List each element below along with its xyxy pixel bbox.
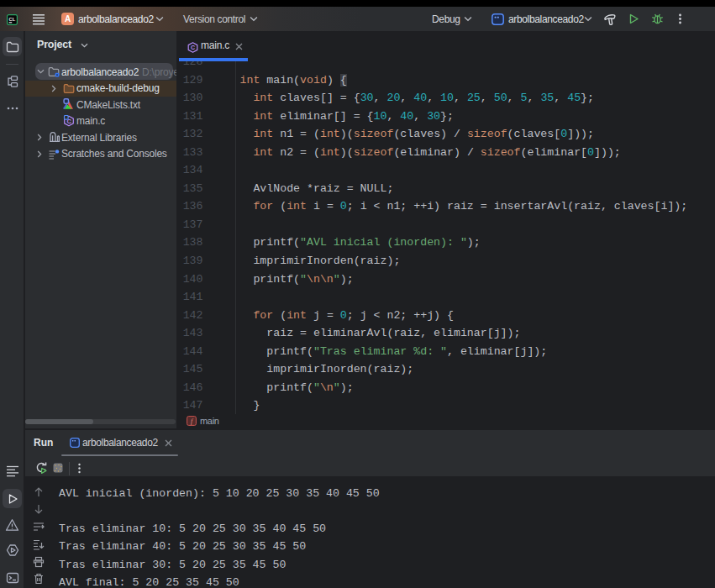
svg-text:C: C [191,45,195,50]
svg-text:CL: CL [9,17,16,22]
